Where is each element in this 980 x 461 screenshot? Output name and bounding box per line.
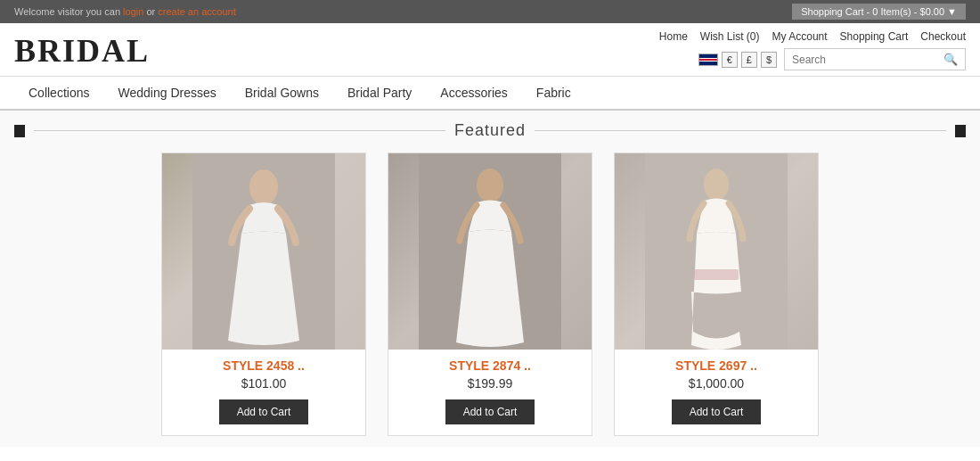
product-image-2 [388,153,592,350]
shopping-cart-link[interactable]: Shopping Cart [840,30,909,43]
nav-wedding-dresses[interactable]: Wedding Dresses [103,77,230,109]
product-style-3[interactable]: STYLE 2697 .. [615,358,818,373]
svg-rect-6 [694,269,739,280]
product-card-2: STYLE 2874 .. $199.99 Add to Cart [388,152,592,436]
site-logo: BRIDAL [14,32,150,70]
top-bar: Welcome visitor you can login or create … [0,0,980,23]
welcome-text: Welcome visitor you can login or create … [14,6,236,17]
cart-area: Shopping Cart - 0 Item(s) - $0.00 ▼ [792,4,966,20]
product-image-3 [615,153,818,350]
product-image-1 [162,153,365,350]
product-card: STYLE 2458 .. $101.00 Add to Cart [161,152,366,436]
featured-line-left [34,130,445,131]
product-card-3: STYLE 2697 .. $1,000.00 Add to Cart [614,152,819,436]
currency-flags: € £ $ [698,52,777,68]
add-to-cart-button-2[interactable]: Add to Cart [445,399,535,424]
home-link[interactable]: Home [659,30,688,43]
main-nav: Collections Wedding Dresses Bridal Gowns… [0,77,980,111]
product-price-3: $1,000.00 [615,376,818,391]
product-style-1[interactable]: STYLE 2458 .. [162,358,365,373]
header-links: Home Wish List (0) My Account Shopping C… [659,30,966,43]
svg-point-5 [704,169,729,201]
my-account-link[interactable]: My Account [772,30,828,43]
header: BRIDAL Home Wish List (0) My Account Sho… [0,23,980,77]
product-price-2: $199.99 [388,376,592,391]
search-box: 🔍 [784,48,966,70]
flag-icon [698,54,718,66]
header-right: Home Wish List (0) My Account Shopping C… [659,30,966,70]
dollar-button[interactable]: $ [761,52,777,68]
featured-title: Featured [454,121,526,140]
create-account-link[interactable]: create an account [158,6,235,17]
pound-button[interactable]: £ [741,52,757,68]
product-style-2[interactable]: STYLE 2874 .. [388,358,592,373]
wish-list-link[interactable]: Wish List (0) [700,30,760,43]
nav-bridal-gowns[interactable]: Bridal Gowns [231,77,333,109]
shopping-cart-button[interactable]: Shopping Cart - 0 Item(s) - $0.00 ▼ [792,4,966,20]
dress-svg-2 [388,153,592,350]
dress-svg-1 [162,153,365,350]
product-price-1: $101.00 [162,376,365,391]
add-to-cart-button-1[interactable]: Add to Cart [219,399,309,424]
svg-point-3 [477,169,503,202]
nav-accessories[interactable]: Accessories [426,77,521,109]
dress-svg-3 [615,153,818,350]
featured-bar-right [955,125,966,137]
featured-header: Featured [14,121,966,140]
nav-fabric[interactable]: Fabric [522,77,585,109]
euro-button[interactable]: € [722,52,738,68]
featured-bar-left [14,125,25,137]
checkout-link[interactable]: Checkout [920,30,966,43]
products-grid: STYLE 2458 .. $101.00 Add to Cart STYLE … [14,152,966,436]
featured-section: Featured STYL [0,111,980,447]
add-to-cart-button-3[interactable]: Add to Cart [672,399,762,424]
nav-bridal-party[interactable]: Bridal Party [333,77,426,109]
svg-point-1 [249,169,278,205]
header-search-row: € £ $ 🔍 [698,48,966,70]
search-input[interactable] [785,50,936,70]
nav-collections[interactable]: Collections [14,77,103,109]
search-button[interactable]: 🔍 [936,49,965,70]
login-link[interactable]: login [123,6,143,17]
featured-line-right [535,130,946,131]
